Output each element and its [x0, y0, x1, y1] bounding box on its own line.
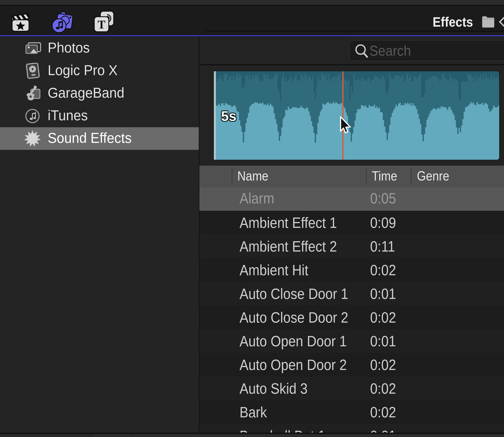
svg-text:T: T	[98, 18, 105, 31]
